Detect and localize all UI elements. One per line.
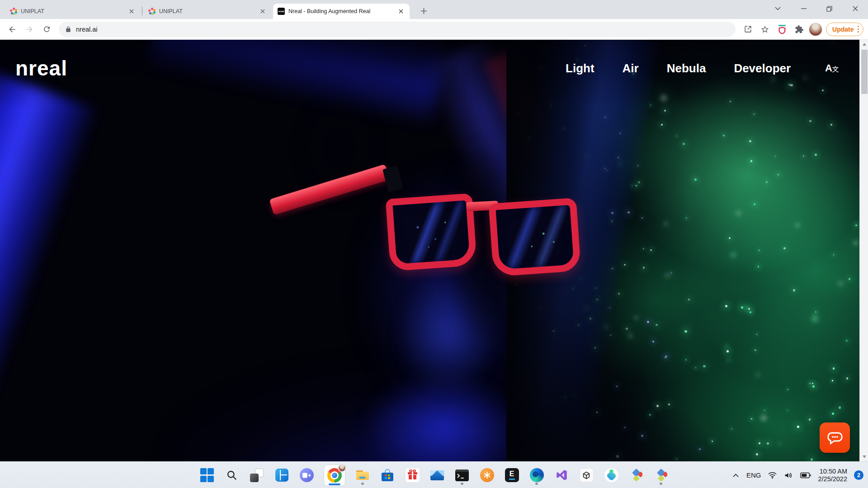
widgets-icon [275, 469, 288, 482]
e-editor-button[interactable]: E [504, 465, 519, 485]
unity-button[interactable] [579, 465, 594, 485]
scrollbar-thumb[interactable] [861, 50, 868, 94]
tab-title: UNIPLAT [21, 8, 124, 14]
nav-developer[interactable]: Developer [734, 61, 791, 75]
asterisk-app-button[interactable] [479, 465, 495, 485]
tray-time: 10:50 AM [818, 468, 847, 475]
start-button[interactable] [199, 465, 215, 485]
microsoft-store-button[interactable] [380, 465, 395, 485]
running-indicator [535, 483, 538, 485]
android-studio-icon [604, 468, 618, 482]
teams-chat-button[interactable] [299, 465, 314, 485]
running-indicator [660, 483, 662, 485]
tray-date: 2/25/2022 [818, 475, 847, 483]
hidden-icons-chevron[interactable] [732, 473, 740, 478]
taskbar-icons: E [199, 462, 669, 488]
search-icon [226, 469, 238, 481]
profile-avatar[interactable] [809, 23, 822, 36]
adblock-extension-icon[interactable] [774, 22, 790, 37]
nreal-homepage: nreal Light Air Nebula Developer A [0, 40, 859, 461]
asterisk-icon [480, 468, 494, 482]
browser-menu-icon[interactable] [858, 26, 859, 33]
windows-start-icon [200, 468, 214, 482]
back-button[interactable] [5, 22, 20, 37]
browser-toolbar: nreal.ai Update [0, 19, 868, 40]
scroll-up-arrow[interactable] [860, 41, 868, 48]
mail-icon [430, 470, 444, 480]
tab-uniplat-1[interactable]: UNIPLAT [5, 4, 140, 19]
android-studio-button[interactable] [604, 465, 619, 485]
window-controls [765, 0, 868, 17]
taskbar-search-button[interactable] [224, 465, 240, 485]
system-tray: ENG 10:50 AM 2/25/2022 2 [732, 462, 863, 488]
nav-light[interactable]: Light [566, 61, 594, 75]
tab-separator [142, 7, 142, 15]
chrome-profile-badge [338, 464, 346, 472]
volume-icon[interactable] [784, 471, 793, 479]
windows-taskbar: E [0, 461, 868, 488]
chat-widget-button[interactable] [820, 422, 850, 453]
browser-viewport: nreal Light Air Nebula Developer A [0, 40, 868, 461]
tab-close-icon[interactable] [127, 7, 136, 15]
bookmark-star-button[interactable] [757, 22, 773, 37]
dev-tool-icon [655, 469, 667, 481]
edge-icon [530, 468, 544, 482]
terminal-icon [455, 469, 469, 481]
forward-button[interactable] [22, 22, 37, 37]
file-explorer-icon [356, 469, 369, 481]
battery-icon[interactable] [800, 472, 811, 479]
tab-close-icon[interactable] [397, 7, 405, 15]
update-label: Update [832, 26, 854, 33]
site-nav: Light Air Nebula Developer A [566, 61, 839, 75]
nreal-logo[interactable]: nreal [15, 58, 67, 79]
dev-tool-button-2[interactable] [653, 465, 669, 485]
dev-tool-button[interactable] [628, 465, 644, 485]
wifi-icon[interactable] [768, 471, 777, 479]
language-switch-icon[interactable]: A [825, 63, 839, 73]
minimize-button[interactable] [791, 0, 816, 17]
chat-bubble-icon [827, 430, 843, 446]
tab-close-icon[interactable] [259, 7, 267, 15]
taskbar-clock[interactable]: 10:50 AM 2/25/2022 [818, 468, 847, 483]
active-app-indicator [329, 483, 340, 485]
dev-tool-icon [630, 469, 642, 481]
page-scrollbar[interactable] [859, 40, 868, 461]
close-window-button[interactable] [842, 0, 868, 17]
tab-strip: UNIPLAT UNIPLAT nreal Nreal - Building A… [0, 0, 868, 19]
store-icon [381, 469, 394, 482]
nav-nebula[interactable]: Nebula [667, 61, 706, 75]
visual-studio-icon [556, 469, 568, 481]
scroll-down-arrow[interactable] [860, 453, 868, 460]
reload-button[interactable] [39, 22, 54, 37]
input-language[interactable]: ENG [746, 471, 761, 479]
e-editor-icon: E [505, 468, 519, 482]
tab-uniplat-2[interactable]: UNIPLAT [144, 4, 271, 19]
hero-layer [0, 40, 859, 461]
gift-app-button[interactable] [405, 465, 420, 485]
tab-nreal-active[interactable]: nreal Nreal - Building Augmented Real [273, 4, 410, 19]
task-view-button[interactable] [249, 465, 264, 485]
tab-title: UNIPLAT [159, 8, 255, 14]
uniplat-favicon [148, 8, 156, 15]
notification-badge[interactable]: 2 [854, 470, 863, 480]
tab-search-button[interactable] [765, 0, 791, 17]
address-bar[interactable]: nreal.ai [59, 22, 736, 37]
nreal-favicon: nreal [278, 8, 285, 15]
chrome-taskbar-button[interactable] [324, 465, 345, 486]
file-explorer-button[interactable] [355, 465, 370, 485]
visual-studio-button[interactable] [554, 465, 569, 485]
share-button[interactable] [740, 22, 755, 37]
update-button[interactable]: Update [826, 23, 863, 36]
uniplat-favicon [10, 8, 17, 15]
extensions-puzzle-icon[interactable] [792, 22, 807, 37]
terminal-button[interactable] [454, 465, 470, 485]
lock-icon [65, 26, 71, 33]
edge-button[interactable] [529, 465, 544, 485]
widgets-button[interactable] [274, 465, 289, 485]
restore-button[interactable] [816, 0, 842, 17]
nav-air[interactable]: Air [623, 61, 639, 75]
new-tab-button[interactable] [417, 4, 430, 18]
running-indicator [361, 483, 364, 485]
site-header: nreal Light Air Nebula Developer A [0, 40, 859, 94]
mail-button[interactable] [429, 465, 445, 485]
